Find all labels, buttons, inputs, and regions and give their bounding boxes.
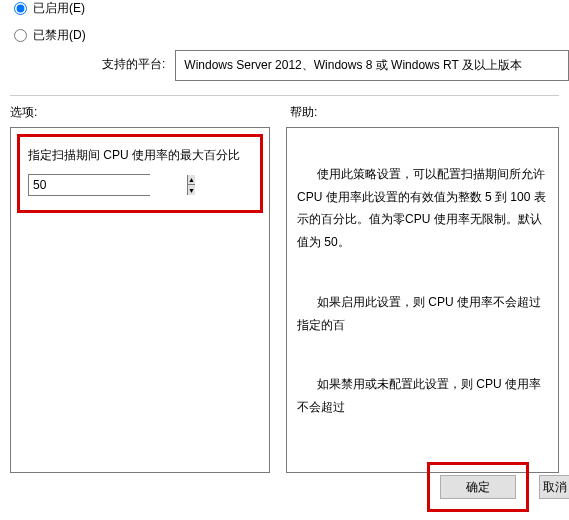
cpu-percent-spinner[interactable]: ▲ ▼ [28,174,150,196]
platform-box: Windows Server 2012、Windows 8 或 Windows … [175,50,569,81]
help-panel: 使用此策略设置，可以配置扫描期间所允许 CPU 使用率此设置的有效值为整数 5 … [286,127,559,473]
help-paragraph-3: 如果禁用或未配置此设置，则 CPU 使用率不会超过 [297,373,548,419]
platform-value: Windows Server 2012、Windows 8 或 Windows … [184,58,522,72]
cpu-percent-input[interactable] [29,175,187,195]
options-section-label: 选项: [10,104,272,121]
help-paragraph-2: 如果启用此设置，则 CPU 使用率不会超过指定的百 [297,291,548,337]
spinner-down-button[interactable]: ▼ [188,185,195,195]
option-label: 指定扫描期间 CPU 使用率的最大百分比 [28,147,252,164]
radio-disabled-input[interactable] [14,29,27,42]
ok-button[interactable]: 确定 [440,475,516,499]
radio-disabled[interactable]: 已禁用(D) [14,27,559,44]
radio-enabled-label: 已启用(E) [33,0,85,17]
divider [10,95,559,96]
help-paragraph-1: 使用此策略设置，可以配置扫描期间所允许 CPU 使用率此设置的有效值为整数 5 … [297,163,548,254]
options-panel: 指定扫描期间 CPU 使用率的最大百分比 ▲ ▼ [10,127,270,473]
radio-enabled[interactable]: 已启用(E) [14,0,559,17]
radio-disabled-label: 已禁用(D) [33,27,86,44]
radio-enabled-input[interactable] [14,2,27,15]
ok-button-highlight: 确定 [427,462,529,512]
platform-label: 支持的平台: [10,50,165,73]
cancel-button[interactable]: 取消 [539,475,569,499]
help-section-label: 帮助: [272,104,559,121]
option-highlight: 指定扫描期间 CPU 使用率的最大百分比 ▲ ▼ [17,134,263,213]
spinner-up-button[interactable]: ▲ [188,175,195,186]
